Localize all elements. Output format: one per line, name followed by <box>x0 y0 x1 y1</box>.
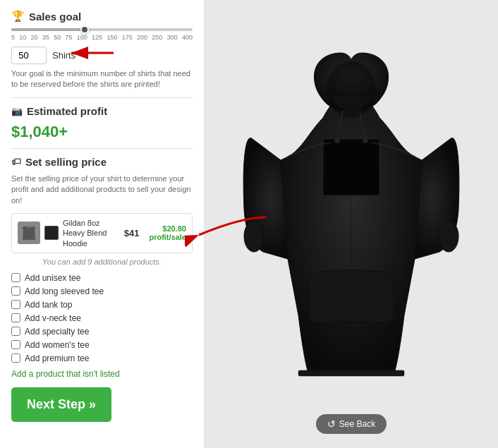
tag-icon: 🏷 <box>11 156 21 167</box>
profit-value: $20.80 <box>162 224 186 233</box>
svg-point-11 <box>334 138 340 143</box>
sales-goal-title: Sales goal <box>29 11 81 23</box>
next-step-label: Next Step » <box>27 397 96 412</box>
goal-input[interactable]: 50 <box>11 47 47 64</box>
checkbox-item-unisex-tee: Add unisex tee <box>11 273 193 283</box>
profit-label: profit/sale <box>149 233 186 241</box>
goal-suffix-label: Shirts <box>52 50 75 61</box>
estimated-profit-title: 📷 Estimated profit <box>11 105 193 117</box>
checkbox-long-sleeved-tee[interactable] <box>11 286 20 296</box>
set-price-description: Set the selling price of your shirt to d… <box>11 174 193 206</box>
refresh-icon: ↺ <box>327 418 336 430</box>
product-price: $41 <box>124 228 145 238</box>
slider-labels: 5 10 20 35 50 75 100 125 150 175 200 250… <box>11 34 193 41</box>
product-price-value: $41 <box>124 228 140 238</box>
estimated-profit-label: Estimated profit <box>27 105 107 117</box>
trophy-icon: 🏆 <box>11 10 25 23</box>
product-profit-value: $20.80 profit/sale <box>149 224 186 241</box>
label-premium-tee: Add premium tee <box>25 353 89 363</box>
checkbox-item-womens-tee: Add women's tee <box>11 340 193 350</box>
profit-amount: $1,040+ <box>11 123 193 141</box>
label-unisex-tee: Add unisex tee <box>25 273 80 283</box>
add-unlisted-link[interactable]: Add a product that isn't listed <box>11 369 193 379</box>
left-panel: 🏆 Sales goal 5 10 20 35 50 75 100 125 15… <box>0 0 205 448</box>
next-step-button[interactable]: Next Step » <box>11 387 111 422</box>
checkbox-v-neck-tee[interactable] <box>11 313 20 322</box>
label-v-neck-tee: Add v-neck tee <box>25 313 81 323</box>
slider-thumb[interactable] <box>80 25 89 34</box>
see-back-button[interactable]: ↺ See Back <box>316 414 387 434</box>
product-profit-container: $20.80 profit/sale <box>149 224 186 241</box>
red-arrow-profit <box>185 214 269 249</box>
checkbox-womens-tee[interactable] <box>11 340 20 349</box>
sales-goal-section-title: 🏆 Sales goal <box>11 10 193 23</box>
label-tank-top: Add tank top <box>25 300 72 310</box>
label-long-sleeved-tee: Add long sleeved tee <box>25 286 104 296</box>
checkbox-item-specialty-tee: Add specialty tee <box>11 327 193 337</box>
checkbox-item-tank-top: Add tank top <box>11 300 193 310</box>
goal-input-row: 50 Shirts <box>11 47 193 64</box>
svg-rect-8 <box>323 139 379 195</box>
checkbox-tank-top[interactable] <box>11 300 20 309</box>
see-back-label: See Back <box>339 419 375 429</box>
divider-1 <box>11 97 193 98</box>
checkbox-unisex-tee[interactable] <box>11 273 20 282</box>
set-selling-price-label: Set selling price <box>25 156 107 168</box>
checkbox-item-v-neck-tee: Add v-neck tee <box>11 313 193 323</box>
checkbox-specialty-tee[interactable] <box>11 327 20 336</box>
add-items-list: Add unisex tee Add long sleeved tee Add … <box>11 273 193 363</box>
svg-rect-7 <box>298 370 404 376</box>
checkbox-premium-tee[interactable] <box>11 353 20 363</box>
product-thumbnail <box>18 222 40 244</box>
checkbox-item-premium-tee: Add premium tee <box>11 353 193 363</box>
goal-description: Your goal is the minimum number of shirt… <box>11 68 193 90</box>
can-add-note: You can add 9 additional products. <box>11 258 193 266</box>
estimated-icon: 📷 <box>11 106 23 116</box>
svg-point-12 <box>363 138 368 143</box>
hoodie-image <box>238 47 464 386</box>
label-womens-tee: Add women's tee <box>25 340 90 350</box>
svg-point-6 <box>439 221 458 252</box>
slider-fill <box>11 28 84 31</box>
product-name: Gildan 8oz Heavy Blend Hoodie <box>63 218 120 248</box>
divider-2 <box>11 148 193 149</box>
slider-track <box>11 28 193 31</box>
sales-goal-slider-container[interactable]: 5 10 20 35 50 75 100 125 150 175 200 250… <box>11 28 193 41</box>
set-selling-price-title: 🏷 Set selling price <box>11 156 193 168</box>
product-row: Gildan 8oz Heavy Blend Hoodie $41 $20.80… <box>11 213 193 253</box>
checkbox-item-long-sleeved: Add long sleeved tee <box>11 286 193 296</box>
label-specialty-tee: Add specialty tee <box>25 327 89 337</box>
color-swatch[interactable] <box>44 226 59 240</box>
